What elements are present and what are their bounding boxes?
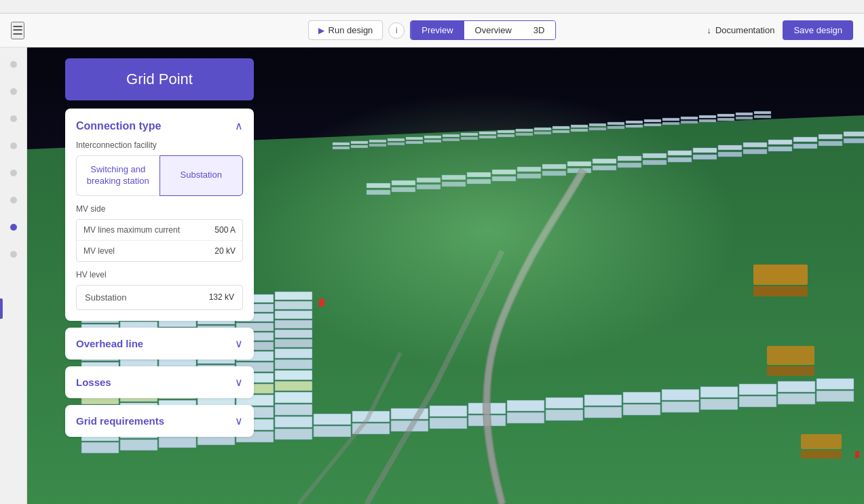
sidebar-dot-3[interactable] — [10, 115, 17, 122]
documentation-button[interactable]: ↓ Documentation — [707, 25, 774, 35]
left-panel: Grid Point Connection type ∧ Interconnec… — [54, 47, 265, 454]
losses-chevron-icon: ∨ — [235, 376, 243, 389]
view-switcher: Preview Overview 3D — [410, 20, 556, 40]
sidebar-dot-8[interactable] — [10, 251, 17, 258]
toolbar-right: ↓ Documentation Save design — [707, 20, 853, 40]
mv-side-label: MV side — [76, 204, 243, 214]
grid-point-header: Grid Point — [65, 58, 254, 100]
main-content: Grid Point Connection type ∧ Interconnec… — [0, 47, 864, 504]
hv-level-value: 132 kV — [209, 292, 234, 302]
chevron-up-icon: ∧ — [235, 119, 243, 132]
run-design-button[interactable]: ▶ Run design — [308, 20, 383, 40]
info-button[interactable]: i — [388, 22, 405, 39]
sidebar-dot-6[interactable] — [10, 197, 17, 203]
connection-type-title: Connection type — [76, 120, 161, 132]
sidebar-dot-7[interactable] — [10, 224, 17, 231]
overhead-line-chevron-icon: ∨ — [235, 337, 243, 350]
tab-3d[interactable]: 3D — [523, 21, 556, 39]
connection-type-header[interactable]: Connection type ∧ — [76, 119, 243, 132]
losses-card[interactable]: Losses ∨ — [65, 366, 254, 398]
toolbar: ☰ ▶ Run design i Preview Overview 3D ↓ D… — [0, 14, 864, 47]
tab-preview[interactable]: Preview — [411, 21, 464, 39]
grid-requirements-title: Grid requirements — [76, 415, 164, 427]
hamburger-button[interactable]: ☰ — [11, 22, 24, 39]
connection-type-card: Connection type ∧ Interconnection facili… — [65, 109, 254, 321]
substation-button[interactable]: Substation — [159, 155, 244, 196]
run-design-label: Run design — [328, 25, 373, 35]
interconnection-facility-label: Interconnection facility — [76, 140, 243, 150]
play-icon: ▶ — [318, 26, 324, 35]
browser-chrome — [0, 0, 864, 14]
save-design-button[interactable]: Save design — [783, 20, 853, 40]
hv-substation-name: Substation — [85, 292, 126, 303]
hv-field-row: Substation 132 kV — [76, 285, 243, 310]
documentation-label: Documentation — [715, 25, 774, 35]
mv-fields: MV lines maximum current 500 A MV level … — [76, 219, 243, 262]
sidebar-active-indicator — [0, 298, 3, 319]
toolbar-center: ▶ Run design i Preview Overview 3D — [308, 20, 557, 40]
sidebar-dots — [0, 47, 27, 504]
mv-level-row: MV level 20 kV — [77, 241, 242, 261]
sidebar-dot-2[interactable] — [10, 88, 17, 95]
hv-section: HV level Substation 132 kV — [76, 270, 243, 310]
download-icon: ↓ — [707, 25, 711, 35]
mv-lines-max-current-label: MV lines maximum current — [83, 225, 180, 235]
grid-point-title: Grid Point — [126, 71, 193, 88]
viewport: Grid Point Connection type ∧ Interconnec… — [27, 47, 864, 504]
overhead-line-title: Overhead line — [76, 338, 143, 349]
tab-overview[interactable]: Overview — [464, 21, 523, 39]
overhead-line-card[interactable]: Overhead line ∨ — [65, 328, 254, 360]
grid-requirements-card[interactable]: Grid requirements ∨ — [65, 405, 254, 437]
toolbar-left: ☰ — [11, 22, 24, 39]
interconnection-toggle-group: Switching and breaking station Substatio… — [76, 155, 243, 196]
mv-lines-max-current-row: MV lines maximum current 500 A — [77, 220, 242, 241]
sidebar-dot-1[interactable] — [10, 61, 17, 68]
mv-level-label: MV level — [83, 246, 115, 256]
mv-level-value: 20 kV — [214, 246, 236, 256]
grid-requirements-chevron-icon: ∨ — [235, 414, 243, 427]
switching-station-button[interactable]: Switching and breaking station — [76, 155, 159, 196]
hv-level-label: HV level — [76, 270, 243, 279]
sidebar-dot-5[interactable] — [10, 170, 17, 176]
sidebar-dot-4[interactable] — [10, 142, 17, 149]
losses-title: Losses — [76, 376, 111, 388]
mv-lines-max-current-value: 500 A — [214, 225, 236, 235]
